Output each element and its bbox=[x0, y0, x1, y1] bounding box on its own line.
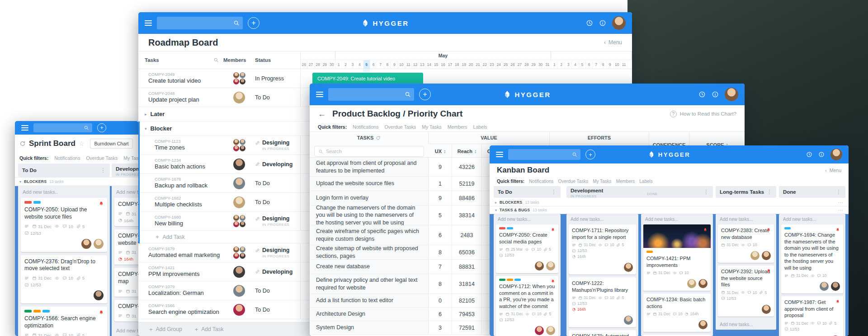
add-group-link[interactable]: +Add Group bbox=[149, 326, 182, 333]
reach-value[interactable]: 88486 bbox=[452, 191, 482, 205]
menu-link[interactable]: ‹Menu bbox=[825, 168, 841, 173]
column-header-development[interactable]: Development IN PROGRESS DONE ⋮ bbox=[566, 186, 713, 198]
filter-overdue-tasks[interactable]: Overdue Tasks bbox=[384, 124, 416, 130]
task-card[interactable]: COMPY-1987: Get approval from client of … bbox=[781, 296, 843, 336]
back-arrow-icon[interactable]: ← bbox=[318, 109, 326, 119]
user-avatar[interactable] bbox=[830, 149, 842, 160]
reach-value[interactable]: 88831 bbox=[452, 260, 482, 274]
ux-value[interactable]: 8 bbox=[429, 245, 452, 259]
reach-value[interactable]: 31814 bbox=[452, 274, 482, 294]
add-button[interactable]: + bbox=[419, 89, 431, 100]
task-card[interactable]: COMPY-1421: PPM improvements 31 Dec 10 bbox=[643, 224, 711, 291]
gantt-bar[interactable]: COMPY-2049: Create tutorial video bbox=[312, 73, 423, 84]
clock-icon[interactable] bbox=[586, 19, 593, 27]
task-search-box[interactable] bbox=[314, 146, 424, 157]
search-input[interactable] bbox=[328, 88, 414, 101]
add-button[interactable]: + bbox=[248, 17, 259, 29]
task-search-input[interactable] bbox=[326, 149, 420, 154]
column-menu-icon[interactable]: ⋮ bbox=[836, 189, 841, 195]
reach-column-header[interactable]: Reach▴▾ bbox=[452, 144, 482, 158]
group-row-blockers[interactable]: ▸ BLOCKERS 13 tasks ⋯ bbox=[490, 199, 849, 206]
ux-column-header[interactable]: UX▴▾ bbox=[429, 144, 452, 158]
ux-value[interactable]: 9 bbox=[429, 191, 452, 205]
refresh-icon[interactable] bbox=[19, 140, 26, 147]
add-new-tasks-input[interactable]: Add new tasks... bbox=[494, 214, 561, 224]
clock-icon[interactable] bbox=[698, 91, 706, 98]
hamburger-menu-icon[interactable] bbox=[316, 92, 323, 97]
refresh-icon[interactable] bbox=[376, 135, 381, 140]
reach-value[interactable]: 72591 bbox=[452, 321, 482, 334]
search-icon[interactable] bbox=[213, 57, 219, 63]
column-header-longterm[interactable]: Long-terms Tasks ⋮ bbox=[716, 186, 776, 198]
filter-my-tasks[interactable]: My Tasks bbox=[422, 124, 442, 130]
column-header-done[interactable]: Done ⋮ bbox=[779, 186, 845, 198]
task-card[interactable]: COMPY-1679: Automated email marketing 31… bbox=[569, 330, 636, 336]
filter-labels[interactable]: Labels bbox=[639, 179, 652, 184]
group-more-icon[interactable]: ⋯ bbox=[838, 200, 843, 205]
hamburger-menu-icon[interactable] bbox=[145, 20, 152, 26]
task-card[interactable]: COMPY-1234: Basic batch actions 31 Dec 1… bbox=[643, 294, 711, 332]
add-new-tasks-input[interactable]: Add new tasks.. bbox=[112, 186, 138, 198]
task-card[interactable]: COMPY-2050: Create social media pages 25… bbox=[496, 224, 558, 273]
filter-labels[interactable]: Labels bbox=[473, 124, 487, 130]
filter-overdue-tasks[interactable]: Overdue Tasks bbox=[558, 179, 589, 184]
add-button[interactable]: + bbox=[585, 149, 595, 159]
add-new-tasks-input[interactable]: Add new tasks... bbox=[641, 214, 713, 224]
how-to-read-link[interactable]: ? How to Read this Chart? bbox=[670, 111, 736, 117]
reach-value[interactable]: 79453 bbox=[452, 308, 482, 321]
reach-value[interactable]: 38314 bbox=[452, 205, 482, 225]
column-menu-icon[interactable]: ⋮ bbox=[703, 189, 709, 195]
reach-value[interactable]: 43226 bbox=[452, 158, 482, 176]
task-card[interactable]: COMPY-1222: Mashups'n'Plugins library 31… bbox=[569, 277, 636, 327]
info-icon[interactable] bbox=[818, 151, 825, 158]
filter-members[interactable]: Members bbox=[616, 179, 635, 184]
info-icon[interactable] bbox=[599, 19, 606, 27]
column-menu-icon[interactable]: ⋮ bbox=[100, 167, 106, 173]
search-input[interactable] bbox=[157, 17, 243, 29]
info-icon[interactable] bbox=[712, 91, 719, 98]
tasks-column-header[interactable]: Tasks bbox=[145, 57, 159, 63]
ux-value[interactable]: 0 bbox=[429, 294, 452, 307]
ux-value[interactable]: 1 bbox=[429, 177, 452, 191]
group-row-tasks-bugs[interactable]: ▾ TASKS & BUGS 13 tasks ⋯ bbox=[490, 206, 849, 214]
reach-value[interactable]: 82105 bbox=[452, 294, 482, 307]
add-new-tasks-input[interactable]: Add new tasks... bbox=[779, 214, 845, 224]
add-button[interactable]: + bbox=[97, 123, 106, 132]
task-card[interactable]: COMPY-1694: Change the nameservers of th… bbox=[781, 224, 843, 294]
column-menu-icon[interactable]: ⋮ bbox=[767, 189, 772, 195]
task-card[interactable]: COMPY-2 31 164h bbox=[114, 198, 138, 226]
add-task-link[interactable]: +Add Task bbox=[195, 326, 224, 333]
tasks-header[interactable]: TASKS bbox=[310, 132, 429, 144]
ux-value[interactable]: 6 bbox=[429, 225, 452, 245]
column-menu-icon[interactable]: ⋮ bbox=[551, 189, 557, 195]
add-new-tasks-input[interactable]: Add new tasks... bbox=[566, 214, 638, 224]
filter-my-tasks[interactable]: My Tasks bbox=[123, 155, 138, 161]
search-input[interactable] bbox=[508, 149, 580, 160]
user-avatar[interactable] bbox=[612, 16, 626, 30]
filter-members[interactable]: Members bbox=[448, 124, 467, 130]
search-input[interactable] bbox=[33, 123, 92, 132]
task-card[interactable]: COMPY-2050: Upload the website source fi… bbox=[21, 198, 107, 252]
task-card[interactable]: COMPY-1 map 31 bbox=[114, 268, 138, 297]
add-new-tasks-input[interactable]: Add new tasks... bbox=[716, 319, 776, 330]
task-card[interactable]: COMPY-2376: Drag'n'Drop to move selected… bbox=[21, 255, 107, 304]
user-avatar[interactable] bbox=[725, 88, 738, 101]
task-card[interactable]: COMPY-2392: Upload the website source fi… bbox=[718, 266, 774, 317]
filter-my-tasks[interactable]: My Tasks bbox=[593, 179, 612, 184]
ux-value[interactable]: 7 bbox=[429, 260, 452, 274]
ux-value[interactable]: 5 bbox=[429, 205, 452, 225]
task-card[interactable]: COMPY-1712: When you comment on a commit… bbox=[496, 276, 558, 336]
reach-value[interactable]: 2483 bbox=[452, 225, 482, 245]
menu-link[interactable]: ‹Menu bbox=[604, 39, 622, 46]
filter-notifications[interactable]: Notifications bbox=[54, 155, 80, 161]
column-header-todo[interactable]: To Do ⋮ bbox=[18, 163, 110, 177]
clock-icon[interactable] bbox=[806, 151, 812, 158]
filter-notifications[interactable]: Notifications bbox=[353, 124, 378, 130]
star-icon[interactable]: ☆ bbox=[79, 140, 85, 147]
add-new-tasks-input[interactable]: Add new tasks.. bbox=[112, 325, 138, 336]
task-card[interactable]: COMPY-1 31 bbox=[114, 300, 138, 322]
task-card[interactable]: COMPY-1711: Repository import for a sing… bbox=[569, 224, 636, 275]
ux-value[interactable]: 6 bbox=[429, 308, 452, 321]
burndown-chart-button[interactable]: Burndown Chart bbox=[90, 139, 133, 149]
ux-value[interactable]: 3 bbox=[429, 321, 452, 334]
